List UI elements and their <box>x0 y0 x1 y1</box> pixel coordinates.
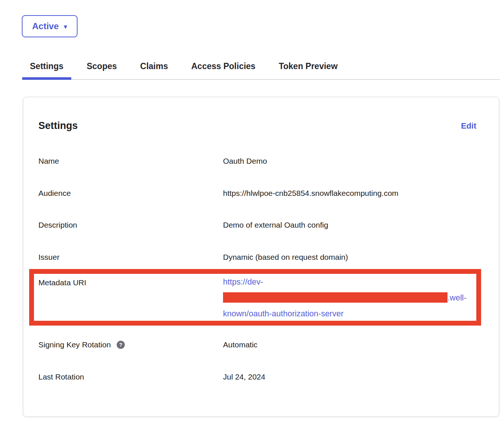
edit-button[interactable]: Edit <box>461 121 476 131</box>
tab-settings-label: Settings <box>30 61 64 71</box>
field-label-last-rotation: Last Rotation <box>38 372 84 382</box>
tab-claims[interactable]: Claims <box>133 55 176 79</box>
tab-access-policies[interactable]: Access Policies <box>184 55 263 79</box>
field-label-signing-key-rotation: Signing Key Rotation ? <box>38 340 125 350</box>
metadata-uri-line1: https://dev- <box>223 277 263 286</box>
help-question-icon[interactable]: ? <box>117 341 125 349</box>
tab-bar: Settings Scopes Claims Access Policies T… <box>22 55 500 80</box>
field-label-metadata-uri: Metadata URI <box>38 278 86 288</box>
card-title: Settings <box>38 120 78 132</box>
status-dropdown-label: Active <box>32 21 59 31</box>
signing-key-rotation-label-text: Signing Key Rotation <box>38 340 111 350</box>
field-value-issuer: Dynamic (based on request domain) <box>223 252 348 262</box>
field-label-audience: Audience <box>38 188 71 198</box>
metadata-uri-line2-suffix: .well- <box>448 293 466 302</box>
caret-down-icon: ▾ <box>64 24 67 30</box>
tab-scopes[interactable]: Scopes <box>79 55 125 79</box>
field-label-name: Name <box>38 156 59 166</box>
field-value-signing-key-rotation: Automatic <box>223 340 257 350</box>
tab-settings[interactable]: Settings <box>22 55 71 79</box>
field-label-issuer: Issuer <box>38 252 59 262</box>
tab-token-preview[interactable]: Token Preview <box>271 55 345 79</box>
tab-claims-label: Claims <box>140 61 168 71</box>
metadata-uri-link[interactable]: https://dev- .well- known/oauth-authoriz… <box>223 274 481 322</box>
tab-token-preview-label: Token Preview <box>279 61 337 71</box>
metadata-uri-line3: known/oauth-authorization-server <box>223 309 344 318</box>
field-value-name: Oauth Demo <box>223 156 267 166</box>
oauth-server-settings-page: Active ▾ Settings Scopes Claims Access P… <box>0 0 504 432</box>
field-value-audience: https://hlwlpoe-cnb25854.snowflakecomput… <box>223 188 398 198</box>
field-label-description: Description <box>38 220 77 230</box>
field-value-last-rotation: Jul 24, 2024 <box>223 372 265 382</box>
redaction-bar <box>223 292 448 303</box>
settings-card: Settings Edit Name Oauth Demo Audience h… <box>23 97 499 417</box>
status-dropdown-button[interactable]: Active ▾ <box>22 15 78 37</box>
field-value-description: Demo of external Oauth config <box>223 220 328 230</box>
tab-access-policies-label: Access Policies <box>191 61 256 71</box>
tab-scopes-label: Scopes <box>87 61 117 71</box>
